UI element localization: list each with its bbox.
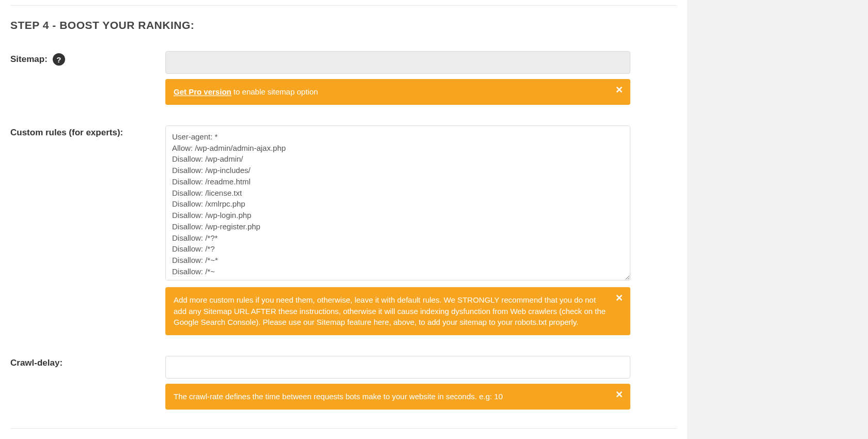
custom-rules-notice-text: Add more custom rules if you need them, …	[174, 295, 606, 327]
close-icon[interactable]: ✕	[615, 85, 623, 95]
bottom-divider	[10, 428, 677, 429]
help-icon[interactable]: ?	[53, 53, 65, 66]
close-icon[interactable]: ✕	[615, 390, 623, 399]
custom-rules-label-col: Custom rules (for experts):	[10, 126, 165, 138]
crawl-delay-label: Crawl-delay:	[10, 358, 63, 368]
sitemap-notice-text: to enable sitemap option	[231, 87, 318, 96]
custom-rules-notice: Add more custom rules if you need them, …	[165, 287, 630, 335]
top-divider	[10, 5, 677, 6]
main-content: STEP 4 - BOOST YOUR RANKING: Sitemap: ? …	[0, 0, 687, 439]
sitemap-control-col: Get Pro version to enable sitemap option…	[165, 51, 630, 105]
sitemap-label: Sitemap:	[10, 54, 48, 65]
crawl-delay-control-col: The crawl-rate defines the time between …	[165, 356, 630, 410]
right-sidebar	[687, 0, 868, 439]
crawl-delay-label-col: Crawl-delay:	[10, 356, 165, 368]
sitemap-label-col: Sitemap: ?	[10, 51, 165, 66]
get-pro-link[interactable]: Get Pro version	[174, 87, 231, 97]
custom-rules-textarea[interactable]	[165, 126, 630, 280]
sitemap-row: Sitemap: ? Get Pro version to enable sit…	[10, 51, 677, 105]
custom-rules-control-col: Add more custom rules if you need them, …	[165, 126, 630, 335]
custom-rules-label: Custom rules (for experts):	[10, 128, 123, 138]
crawl-delay-notice-text: The crawl-rate defines the time between …	[174, 392, 503, 401]
sitemap-input	[165, 51, 630, 74]
crawl-delay-row: Crawl-delay: The crawl-rate defines the …	[10, 356, 677, 410]
custom-rules-row: Custom rules (for experts): Add more cus…	[10, 126, 677, 335]
close-icon[interactable]: ✕	[615, 293, 623, 303]
crawl-delay-notice: The crawl-rate defines the time between …	[165, 384, 630, 410]
step-heading: STEP 4 - BOOST YOUR RANKING:	[10, 19, 677, 32]
sitemap-notice: Get Pro version to enable sitemap option…	[165, 79, 630, 105]
crawl-delay-input[interactable]	[165, 356, 630, 379]
